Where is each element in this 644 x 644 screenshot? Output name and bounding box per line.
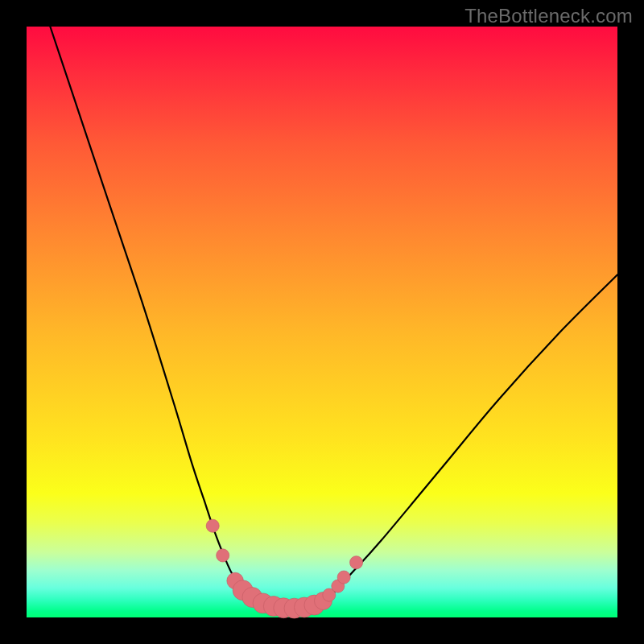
marker-point [350, 556, 363, 569]
marker-point [217, 549, 229, 562]
curve-lines [50, 27, 617, 609]
marker-point [206, 519, 219, 532]
curve-left-curve [50, 27, 275, 608]
watermark-text: TheBottleneck.com [464, 5, 633, 27]
marker-point [337, 571, 350, 584]
plot-area [27, 27, 617, 617]
chart-svg [27, 27, 617, 617]
chart-frame: TheBottleneck.com [0, 0, 644, 644]
